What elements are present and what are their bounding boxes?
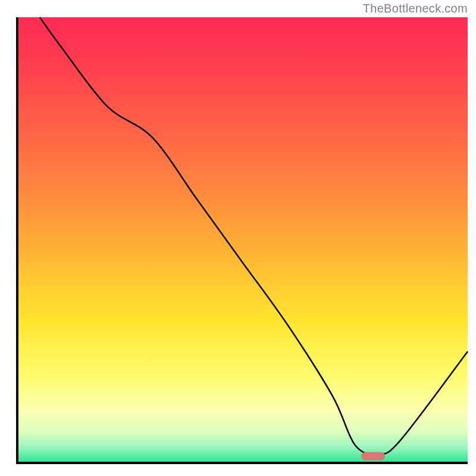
chart-container: TheBottleneck.com <box>0 0 476 476</box>
optimum-marker <box>361 452 385 461</box>
watermark-text: TheBottleneck.com <box>363 2 468 15</box>
bottleneck-chart <box>0 0 476 476</box>
plot-background <box>17 17 468 463</box>
